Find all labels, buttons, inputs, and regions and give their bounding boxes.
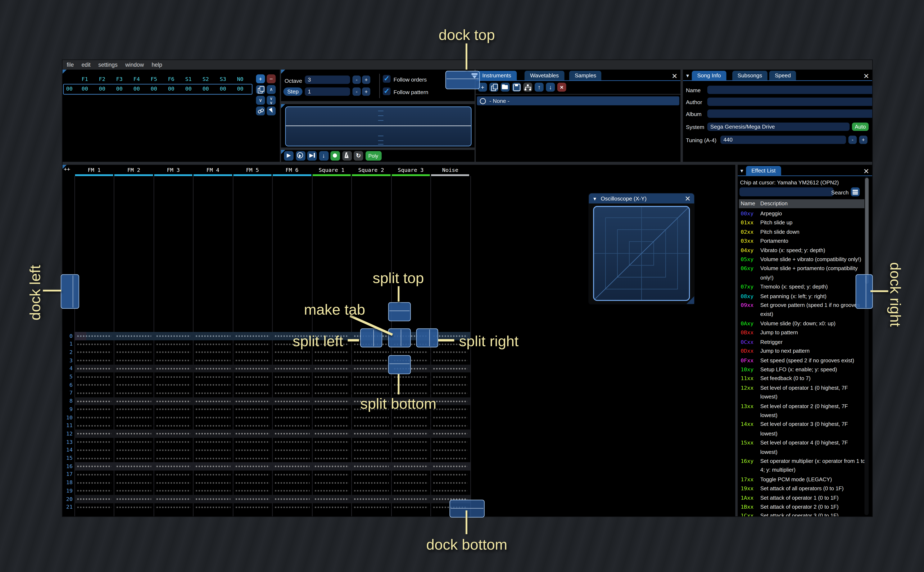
- open-instrument-button[interactable]: [501, 83, 510, 92]
- octave-plus-button[interactable]: +: [362, 76, 370, 84]
- pattern-cell-row0[interactable]: [156, 332, 191, 340]
- channel-header-noise[interactable]: Noise: [430, 167, 470, 173]
- pattern-cell-row16[interactable]: [393, 462, 428, 470]
- pattern-cell-row18[interactable]: [393, 479, 428, 487]
- effect-list-row[interactable]: 10xySetup LFO (x: enable; y: speed): [741, 365, 866, 375]
- effect-list-row[interactable]: 09xxSet groove pattern (speed 1 if no gr…: [741, 301, 866, 319]
- follow-orders-checkbox[interactable]: ✓: [383, 75, 391, 83]
- close-icon[interactable]: ✕: [863, 168, 869, 175]
- pattern-cell-row8[interactable]: [116, 397, 151, 406]
- pattern-cell-row6[interactable]: [116, 381, 151, 389]
- effect-list-row[interactable]: 12xxSet level of operator 1 (0 highest, …: [741, 384, 866, 402]
- pattern-cell-row17[interactable]: [156, 470, 191, 479]
- tuning-plus-button[interactable]: +: [859, 136, 868, 144]
- pattern-cell-row14[interactable]: [393, 446, 428, 454]
- add-order-button[interactable]: +: [256, 75, 265, 84]
- pattern-cell-row21[interactable]: [393, 503, 428, 511]
- tuning-minus-button[interactable]: -: [848, 136, 857, 144]
- effect-list-scrollbar[interactable]: [865, 177, 869, 515]
- close-icon[interactable]: ✕: [863, 73, 869, 80]
- pattern-cell-row3[interactable]: [433, 356, 467, 365]
- pattern-cell-row14[interactable]: [116, 446, 151, 454]
- effect-list-row[interactable]: 15xxSet level of operator 4 (0 highest, …: [741, 438, 866, 457]
- menu-item-edit[interactable]: edit: [82, 61, 90, 68]
- channel-header-fm-6[interactable]: FM 6: [272, 167, 312, 173]
- pattern-cell-row15[interactable]: [314, 454, 349, 462]
- pattern-cell-row7[interactable]: [274, 389, 309, 397]
- orders-row-label[interactable]: 00: [64, 86, 74, 92]
- pattern-cell-row6[interactable]: [195, 381, 230, 389]
- pattern-cell-row13[interactable]: [274, 438, 309, 446]
- duplicate-instrument-button[interactable]: [489, 83, 499, 92]
- pattern-cell-row0[interactable]: [235, 332, 270, 340]
- scrollbar-thumb[interactable]: [865, 178, 868, 284]
- channel-header-fm-5[interactable]: FM 5: [233, 167, 272, 173]
- step-row-button[interactable]: ↓: [319, 151, 329, 160]
- step-input[interactable]: 1: [305, 87, 350, 96]
- pattern-cell-row6[interactable]: [314, 381, 349, 389]
- pattern-cell-row17[interactable]: [433, 470, 467, 479]
- orders-cell-F1[interactable]: 00: [76, 86, 93, 92]
- pattern-cell-row11[interactable]: [314, 421, 349, 430]
- pattern-cell-row13[interactable]: [314, 438, 349, 446]
- pattern-cell-row19[interactable]: [354, 487, 388, 495]
- pattern-cell-row13[interactable]: [235, 438, 270, 446]
- pattern-cell-row11[interactable]: [235, 421, 270, 430]
- effect-list-row[interactable]: 1CxxSet attack of operator 3 (0 to 1F): [741, 512, 866, 516]
- tab-subsongs[interactable]: Subsongs: [732, 71, 768, 81]
- channel-header-square-2[interactable]: Square 2: [351, 167, 391, 173]
- pattern-cell-row9[interactable]: [77, 406, 112, 413]
- pattern-cell-row14[interactable]: [354, 446, 388, 454]
- effect-list-row[interactable]: 03xxPortamento: [741, 237, 866, 246]
- pattern-cell-row19[interactable]: [156, 487, 191, 495]
- auto-system-button[interactable]: Auto: [852, 123, 869, 131]
- pattern-cell-row10[interactable]: [235, 413, 270, 422]
- menu-item-settings[interactable]: settings: [98, 61, 118, 68]
- record-button[interactable]: [330, 151, 340, 160]
- pattern-cell-row13[interactable]: [393, 438, 428, 446]
- pattern-cell-row12[interactable]: [314, 430, 349, 438]
- pattern-cell-row18[interactable]: [433, 479, 467, 487]
- effect-list-row[interactable]: 1AxxSet attack of operator 1 (0 to 1F): [741, 494, 866, 503]
- pattern-cell-row13[interactable]: [156, 438, 191, 446]
- orders-cell-F5[interactable]: 00: [145, 86, 162, 92]
- pattern-cell-row9[interactable]: [235, 406, 270, 413]
- effect-search-input[interactable]: [739, 187, 834, 196]
- split-target-right[interactable]: [416, 328, 438, 347]
- pattern-cell-row19[interactable]: [274, 487, 309, 495]
- pattern-cell-row13[interactable]: [116, 438, 151, 446]
- pattern-cell-row6[interactable]: [274, 381, 309, 389]
- channel-header-fm-4[interactable]: FM 4: [193, 167, 233, 173]
- move-order-down-button[interactable]: ∨: [256, 96, 265, 105]
- collapse-icon[interactable]: ▼: [739, 168, 744, 174]
- repeat-pattern-button[interactable]: ↻: [354, 151, 363, 160]
- pattern-cell-row3[interactable]: [235, 356, 270, 365]
- pattern-cell-row5[interactable]: [116, 373, 151, 381]
- pattern-cell-row9[interactable]: [314, 406, 349, 413]
- effect-list-menu-button[interactable]: [851, 187, 860, 196]
- pattern-cell-row5[interactable]: [235, 373, 270, 381]
- pattern-cell-row9[interactable]: [156, 406, 191, 413]
- save-instrument-button[interactable]: [512, 83, 521, 92]
- pattern-cell-row20[interactable]: [77, 495, 112, 503]
- pattern-cell-row18[interactable]: [314, 479, 349, 487]
- pattern-cell-row7[interactable]: [235, 389, 270, 397]
- pattern-cell-row13[interactable]: [77, 438, 112, 446]
- pattern-cell-row6[interactable]: [354, 381, 388, 389]
- pattern-cell-row5[interactable]: [77, 373, 112, 381]
- effect-list-row[interactable]: 07xyTremolo (x: speed; y: depth): [741, 283, 866, 292]
- split-target-bottom[interactable]: [388, 355, 411, 374]
- pattern-cell-row14[interactable]: [235, 446, 270, 454]
- pattern-cell-row5[interactable]: [195, 373, 230, 381]
- pattern-cell-row3[interactable]: [77, 356, 112, 365]
- step-minus-button[interactable]: -: [352, 87, 361, 96]
- pattern-cell-row18[interactable]: [354, 479, 388, 487]
- pattern-cell-row12[interactable]: [433, 430, 467, 438]
- pattern-cell-row3[interactable]: [274, 356, 309, 365]
- pattern-cell-row19[interactable]: [77, 487, 112, 495]
- orders-cell-F6[interactable]: 00: [162, 86, 180, 92]
- pattern-cell-row12[interactable]: [393, 430, 428, 438]
- pattern-cell-row6[interactable]: [433, 381, 467, 389]
- pattern-cell-row21[interactable]: [354, 503, 388, 511]
- pattern-cell-row17[interactable]: [235, 470, 270, 479]
